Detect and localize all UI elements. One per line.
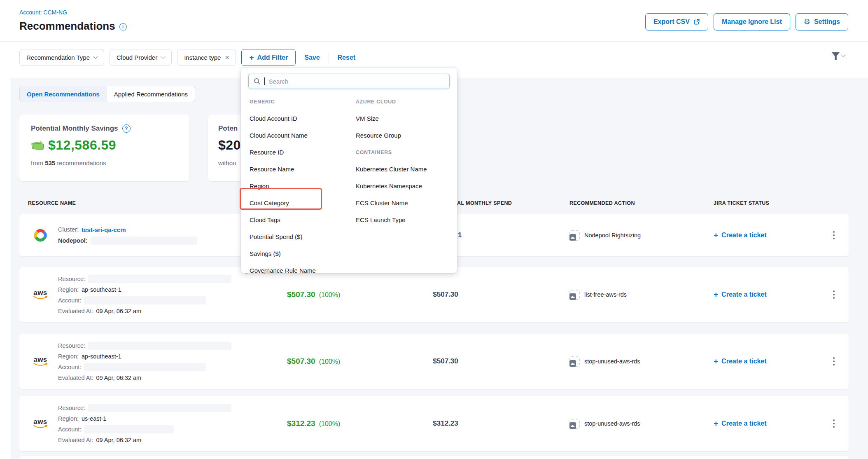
manage-ignore-list-label: Manage Ignore List	[722, 18, 782, 26]
filter-chip-recommendation-type[interactable]: Recommendation Type	[19, 49, 104, 66]
aws-icon: aws	[31, 356, 50, 366]
create-ticket-label: Create a ticket	[721, 358, 766, 365]
filter-option[interactable]: Savings ($)	[249, 245, 350, 262]
filter-panel-toggle[interactable]	[832, 52, 845, 60]
filter-option[interactable]: ECS Cluster Name	[355, 194, 456, 211]
azure-filter-list: VM SizeResource Group	[355, 110, 456, 144]
savings-amount: $12,586.59	[48, 138, 116, 153]
recommended-action: Nodepool Rightsizing	[584, 232, 641, 239]
create-ticket-button[interactable]: + Create a ticket	[658, 419, 781, 428]
broken-image-icon	[569, 230, 580, 241]
row-menu-kebab-icon[interactable]	[831, 356, 837, 368]
filter-option[interactable]: Governance Rule Name	[249, 262, 350, 279]
filter-option[interactable]: Cloud Tags	[249, 211, 350, 228]
monthly-spend-value: $507.30	[378, 290, 513, 299]
search-input[interactable]	[269, 78, 445, 85]
filter-option[interactable]: Cost Category	[249, 194, 350, 211]
plus-icon: +	[714, 290, 718, 299]
savings-percent: (100%)	[319, 358, 341, 365]
region-value: ap-southeast-1	[82, 353, 121, 360]
breadcrumb[interactable]: Account: CCM-NG	[19, 9, 67, 16]
filter-chip-instance-type[interactable]: Instance type ×	[177, 49, 236, 66]
recommendation-count: 535	[45, 159, 55, 166]
table-row[interactable]: aws Resource: Region:us-east-1 Account: …	[19, 396, 849, 451]
redacted-value	[91, 237, 197, 245]
chevron-down-icon	[841, 53, 845, 57]
savings-percent: (100%)	[319, 291, 341, 299]
card-title-fragment: Poten	[218, 124, 238, 133]
filter-chip-cloud-provider[interactable]: Cloud Provider	[110, 49, 172, 66]
create-ticket-button[interactable]: + Create a ticket	[658, 357, 781, 366]
account-label: Account:	[58, 297, 81, 304]
filter-option[interactable]: ECS Launch Type	[355, 211, 456, 228]
plus-icon: +	[714, 231, 718, 240]
filter-option[interactable]: Resource Name	[249, 161, 350, 178]
filter-option[interactable]: VM Size	[355, 110, 456, 127]
create-ticket-label: Create a ticket	[721, 291, 766, 298]
region-value: us-east-1	[82, 415, 106, 422]
savings-subtext: from 535 recommendations	[31, 159, 189, 166]
export-csv-label: Export CSV	[653, 18, 690, 26]
evaluated-at-label: Evaluated At:	[58, 308, 93, 314]
filter-option[interactable]: Resource Group	[355, 127, 456, 144]
dropdown-search[interactable]	[248, 74, 450, 89]
redacted-value	[88, 275, 231, 283]
save-filter-button[interactable]: Save	[301, 54, 323, 61]
aws-icon: aws	[31, 290, 50, 300]
col-header-jira-ticket-status[interactable]: JIRA TICKET STATUS	[658, 200, 781, 206]
filter-option[interactable]: Cloud Account ID	[249, 110, 350, 127]
create-ticket-button[interactable]: + Create a ticket	[658, 231, 781, 240]
containers-filter-list: Kubernetes Cluster NameKubernetes Namesp…	[355, 161, 456, 228]
settings-label: Settings	[814, 18, 840, 26]
region-label: Region:	[58, 286, 79, 293]
tab-open-recommendations[interactable]: Open Recommendations	[20, 86, 107, 102]
resource-label: Resource:	[58, 276, 85, 282]
filter-option[interactable]: Potential Spend ($)	[249, 228, 350, 245]
recommended-action: stop-unused-aws-rds	[584, 358, 640, 365]
filter-option[interactable]: Kubernetes Cluster Name	[355, 161, 456, 178]
recommended-action: list-free-aws-rds	[584, 291, 627, 298]
nodepool-label: Nodepool:	[58, 237, 88, 244]
chip-label: Recommendation Type	[26, 54, 90, 61]
add-filter-label: Add Filter	[257, 54, 288, 61]
region-label: Region:	[58, 353, 79, 360]
monthly-spend-value: $312.23	[378, 419, 513, 428]
settings-button[interactable]: ⚙ Settings	[796, 13, 848, 30]
filter-option[interactable]: Resource ID	[249, 144, 350, 161]
manage-ignore-list-button[interactable]: Manage Ignore List	[714, 13, 790, 30]
chip-label: Cloud Provider	[117, 54, 157, 61]
gear-icon: ⚙	[804, 17, 810, 26]
col-header-resource-name[interactable]: RESOURCE NAME	[19, 200, 275, 206]
filter-option[interactable]: Cloud Account Name	[249, 127, 350, 144]
create-ticket-label: Create a ticket	[721, 232, 766, 239]
chevron-down-icon	[93, 54, 98, 59]
section-heading-containers: CONTAINERS	[355, 144, 456, 161]
monthly-savings-value: $312.23	[287, 419, 315, 428]
gcp-icon	[31, 228, 50, 243]
broken-image-icon	[569, 419, 580, 429]
aws-icon: aws	[31, 419, 50, 429]
reset-filter-button[interactable]: Reset	[334, 54, 359, 61]
redacted-value	[88, 342, 231, 350]
row-menu-kebab-icon[interactable]	[831, 289, 837, 301]
filter-option[interactable]: Region	[249, 178, 350, 194]
export-csv-button[interactable]: Export CSV	[645, 13, 708, 30]
table-row[interactable]: aws Resource: Region:ap-southeast-1 Acco…	[19, 334, 849, 389]
cluster-link[interactable]: test-sri-qa-ccm	[82, 226, 126, 233]
filter-option[interactable]: Kubernetes Namespace	[355, 178, 456, 194]
close-icon[interactable]: ×	[225, 54, 229, 62]
col-header-recommended-action[interactable]: RECOMMENDED ACTION	[513, 200, 658, 206]
account-label: Account:	[58, 426, 81, 433]
tab-applied-recommendations[interactable]: Applied Recommendations	[107, 86, 195, 102]
row-menu-kebab-icon[interactable]	[831, 230, 837, 241]
info-icon[interactable]: i	[119, 23, 127, 30]
table-row[interactable]: aws Resource: Region:ap-southeast-1 Acco…	[19, 267, 849, 322]
help-icon[interactable]: ?	[122, 124, 131, 133]
region-value: ap-southeast-1	[82, 286, 121, 293]
evaluated-at-label: Evaluated At:	[58, 375, 93, 381]
row-menu-kebab-icon[interactable]	[831, 418, 837, 430]
resource-label: Resource:	[58, 405, 85, 411]
page-title: Recommendations	[19, 20, 115, 33]
create-ticket-button[interactable]: + Create a ticket	[658, 290, 781, 299]
add-filter-button[interactable]: + Add Filter	[241, 49, 296, 66]
